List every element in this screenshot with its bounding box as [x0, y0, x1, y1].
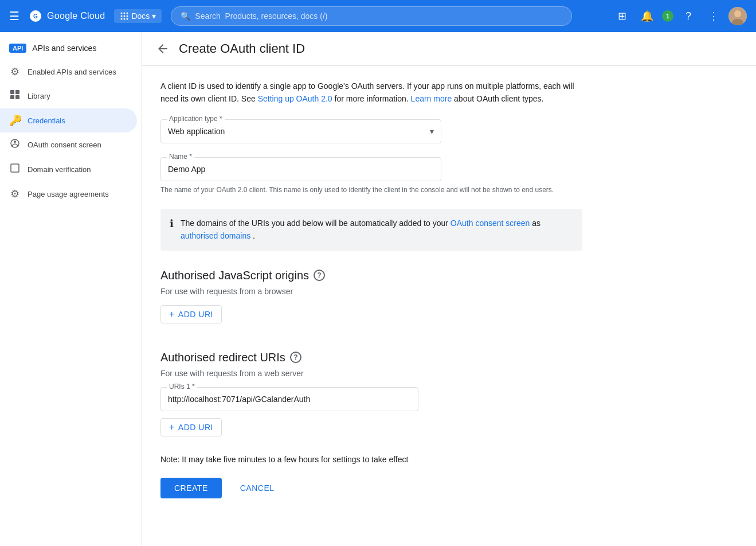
svg-rect-15: [15, 90, 19, 94]
nav-right: ⊞ 🔔 1 ? ⋮: [612, 6, 747, 26]
svg-point-2: [121, 13, 123, 14]
sidebar-item-label: OAuth consent screen: [28, 141, 101, 149]
authorised-domains-link[interactable]: authorised domains: [181, 231, 250, 240]
application-type-field: Application type * Web application ▾: [160, 119, 441, 143]
sidebar-item-domain-verification[interactable]: Domain verification: [0, 157, 137, 182]
svg-rect-16: [10, 95, 14, 99]
library-icon: [9, 89, 21, 103]
oauth-consent-icon: [9, 138, 21, 151]
uri-input[interactable]: [168, 392, 411, 406]
docs-chevron-icon: ▾: [152, 11, 156, 21]
sidebar-item-label: Library: [28, 92, 50, 100]
user-avatar[interactable]: [728, 7, 747, 25]
redirect-uris-header: Authorised redirect URIs ?: [160, 351, 582, 364]
oauth-consent-link[interactable]: OAuth consent screen: [451, 219, 530, 228]
sidebar-item-label: Credentials: [28, 116, 65, 125]
svg-rect-20: [11, 164, 19, 172]
sidebar: API APIs and services ⚙ Enabled APIs and…: [0, 32, 142, 546]
svg-point-6: [124, 15, 126, 17]
search-icon: 🔍: [181, 11, 190, 21]
google-cloud-logo: G Google Cloud: [29, 9, 105, 23]
cancel-button[interactable]: CANCEL: [231, 478, 284, 498]
name-input[interactable]: [168, 162, 434, 176]
add-uri-label-2: ADD URI: [178, 423, 213, 432]
name-group: Name * The name of your OAuth 2.0 client…: [160, 157, 582, 195]
uri-input-wrapper: URIs 1 *: [160, 387, 418, 411]
sidebar-item-page-usage[interactable]: ⚙ Page usage agreements: [0, 182, 137, 206]
create-button[interactable]: CREATE: [160, 478, 222, 498]
docs-button[interactable]: Docs ▾: [114, 9, 162, 23]
setting-up-oauth-link[interactable]: Setting up OAuth 2.0: [258, 94, 332, 103]
info-icon: ℹ: [170, 217, 174, 230]
js-origins-help-icon[interactable]: ?: [314, 270, 325, 281]
section-divider: [160, 323, 582, 351]
add-uri-button-1[interactable]: + ADD URI: [160, 305, 222, 323]
help-icon[interactable]: ?: [678, 6, 699, 26]
svg-point-4: [127, 13, 128, 14]
notification-badge: 1: [662, 10, 673, 22]
enabled-apis-icon: ⚙: [9, 65, 21, 78]
google-cloud-icon: G: [29, 9, 42, 23]
sidebar-item-enabled-apis[interactable]: ⚙ Enabled APIs and services: [0, 60, 137, 84]
intro-text: A client ID is used to identify a single…: [160, 80, 582, 106]
form-content: A client ID is used to identify a single…: [142, 66, 601, 512]
svg-point-7: [127, 15, 128, 17]
spacer: [160, 436, 582, 455]
svg-text:G: G: [33, 13, 38, 20]
application-type-select[interactable]: Web application: [168, 124, 434, 138]
search-input[interactable]: [195, 11, 562, 21]
name-label: Name *: [167, 153, 194, 161]
svg-point-10: [127, 18, 128, 20]
info-banner: ℹ The domains of the URIs you add below …: [160, 209, 582, 251]
svg-point-5: [121, 15, 123, 17]
sidebar-item-credentials[interactable]: 🔑 Credentials: [0, 108, 137, 132]
sidebar-item-label: Domain verification: [28, 165, 91, 174]
logo-text: Google Cloud: [47, 11, 105, 21]
domain-verification-icon: [9, 163, 21, 176]
sidebar-header: API APIs and services: [0, 37, 142, 60]
plus-icon-2: +: [169, 422, 175, 432]
note-text: Note: It may take five minutes to a few …: [160, 455, 582, 464]
js-origins-section: Authorised JavaScript origins ? For use …: [160, 269, 582, 323]
svg-point-8: [121, 18, 123, 20]
redirect-uris-desc: For use with requests from a web server: [160, 369, 582, 378]
notifications-icon[interactable]: 🔔: [637, 6, 657, 26]
redirect-uris-help-icon[interactable]: ?: [290, 352, 301, 363]
top-nav: ☰ G Google Cloud Docs ▾ 🔍 ⊞ 🔔 1 ? ⋮: [0, 0, 756, 32]
sidebar-item-oauth-consent[interactable]: OAuth consent screen: [0, 132, 137, 157]
application-type-group: Application type * Web application ▾: [160, 119, 582, 143]
search-bar[interactable]: 🔍: [171, 6, 572, 26]
sidebar-item-library[interactable]: Library: [0, 84, 137, 108]
js-origins-header: Authorised JavaScript origins ?: [160, 269, 582, 282]
application-type-label: Application type *: [167, 115, 225, 123]
api-badge: API: [9, 44, 26, 53]
svg-point-12: [734, 10, 741, 17]
more-options-icon[interactable]: ⋮: [703, 6, 724, 26]
apps-icon[interactable]: ⊞: [612, 6, 632, 26]
page-title: Create OAuth client ID: [179, 41, 305, 56]
plus-icon-1: +: [169, 309, 175, 319]
main-content: Create OAuth client ID A client ID is us…: [142, 32, 756, 546]
js-origins-desc: For use with requests from a browser: [160, 287, 582, 296]
svg-point-19: [14, 141, 16, 143]
sidebar-item-label: Page usage agreements: [28, 190, 109, 198]
page-header: Create OAuth client ID: [142, 32, 756, 66]
svg-point-9: [124, 18, 126, 20]
action-buttons: CREATE CANCEL: [160, 478, 582, 498]
name-hint: The name of your OAuth 2.0 client. This …: [160, 185, 582, 195]
add-uri-label-1: ADD URI: [178, 310, 213, 319]
redirect-uris-section: Authorised redirect URIs ? For use with …: [160, 351, 582, 436]
docs-icon: [120, 11, 129, 21]
svg-point-3: [124, 13, 126, 14]
js-origins-title: Authorised JavaScript origins: [160, 269, 309, 282]
redirect-uris-title: Authorised redirect URIs: [160, 351, 285, 364]
svg-rect-17: [15, 95, 19, 99]
sidebar-title: APIs and services: [32, 44, 96, 53]
sidebar-item-label: Enabled APIs and services: [28, 68, 116, 76]
add-uri-button-2[interactable]: + ADD URI: [160, 418, 222, 436]
hamburger-menu[interactable]: ☰: [9, 9, 19, 23]
back-button[interactable]: [156, 42, 170, 56]
learn-more-link[interactable]: Learn more: [411, 94, 452, 103]
uri-input-label: URIs 1 *: [167, 383, 197, 391]
docs-label: Docs: [131, 11, 150, 21]
